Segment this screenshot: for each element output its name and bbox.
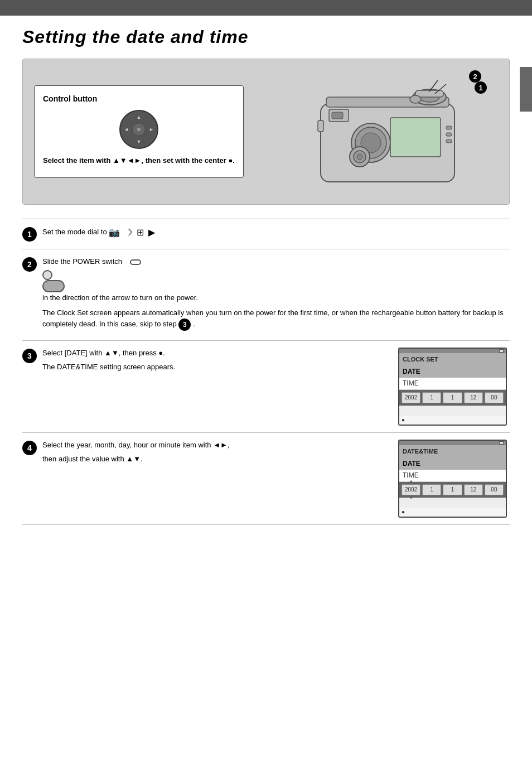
lcd-cell-min-4: 00	[485, 484, 504, 495]
step-3-content: Select [DATE] with ▲▼, then press ●. The…	[42, 348, 390, 375]
play-icon: ▶	[148, 226, 155, 239]
grid-icon: ⊞	[137, 226, 144, 239]
lcd-screen-step4: DATE&TIME DATE TIME ▲ 2002 ▼ 1 1 12 00	[398, 440, 507, 518]
lcd-cell-h-4: 12	[464, 484, 483, 495]
dpad-right-arrow: ►	[149, 127, 154, 132]
lcd-time-row-3: TIME	[399, 378, 506, 390]
step-3-text-b: The DATE&TIME setting screen appears.	[42, 361, 390, 373]
step-3-text-a: Select [DATE] with ▲▼, then press ●.	[42, 348, 390, 359]
lcd-screen-step3: CLOCK SET DATE TIME 2002 1 1 12 00 ●	[398, 348, 507, 426]
power-circle	[42, 270, 52, 280]
step-3-inner: 3 Select [DATE] with ▲▼, then press ●. T…	[22, 348, 390, 375]
lcd-title-text-3: CLOCK SET	[403, 356, 438, 363]
step-1-number: 1	[22, 227, 37, 242]
callout-2: 2	[469, 70, 481, 83]
lcd-bullet-4: ●	[402, 509, 405, 515]
dpad-left-arrow: ◄	[124, 127, 129, 132]
step-4-content: Select the year, month, day, hour or min…	[42, 440, 390, 467]
lcd-dot-row-3: ●	[399, 416, 506, 425]
lcd-top-bar-3	[399, 349, 506, 353]
step-1-row: 1 Set the mode dial to 📷 ☽ ⊞ ▶	[22, 219, 510, 249]
diagram-box: Control button ▲ ▼ ◄ ► Select the item w…	[22, 59, 510, 205]
power-switch-illustration	[130, 259, 141, 265]
lcd-time-row-4: TIME	[399, 470, 506, 482]
lcd-title-text-4: DATE&TIME	[403, 448, 438, 455]
control-button-box: Control button ▲ ▼ ◄ ► Select the item w…	[34, 85, 244, 177]
step-ref-3: 3	[178, 319, 191, 331]
step-4-text-b: then adjust the value with ▲▼.	[42, 454, 390, 465]
step-2-row: 2 Slide the POWER switch in the directio…	[22, 249, 510, 341]
lcd-cell-h: 12	[464, 392, 483, 403]
dpad-container: ▲ ▼ ◄ ►	[43, 110, 235, 149]
dpad-center-dot	[137, 128, 141, 131]
step-3-right: CLOCK SET DATE TIME 2002 1 1 12 00 ●	[398, 348, 510, 426]
svg-rect-18	[332, 112, 343, 119]
page-title: Setting the date and time	[22, 27, 510, 47]
lcd-bottom-row-4	[399, 498, 506, 508]
callout-1: 1	[475, 81, 487, 94]
svg-rect-17	[318, 120, 323, 132]
step-2-text-b: The Clock Set screen appears automatical…	[42, 307, 510, 331]
dpad: ▲ ▼ ◄ ►	[119, 110, 158, 149]
step-1-icons: 📷 ☽ ⊞ ▶	[109, 226, 155, 239]
lcd-title-4: DATE&TIME	[399, 445, 506, 457]
step-1-content: Set the mode dial to 📷 ☽ ⊞ ▶	[42, 226, 510, 242]
down-arrow-4: ▼	[409, 496, 413, 500]
lcd-top-square-4	[499, 441, 504, 445]
power-oval	[42, 280, 65, 292]
lcd-cells-row-4: ▲ 2002 ▼ 1 1 12 00	[399, 482, 506, 498]
svg-point-12	[357, 154, 362, 160]
moon-icon: ☽	[124, 226, 132, 239]
callout-number-2: 2	[469, 70, 481, 83]
lcd-cell-m: 1	[422, 392, 441, 403]
step-2-number: 2	[22, 257, 37, 272]
step-4-number: 4	[22, 441, 37, 455]
camera-svg	[287, 76, 466, 187]
lcd-title-3: CLOCK SET	[399, 353, 506, 365]
lcd-top-bar-4	[399, 441, 506, 445]
control-box-instruction: Select the item with ▲▼◄►, then set with…	[43, 156, 235, 166]
svg-point-5	[410, 95, 421, 103]
svg-rect-14	[446, 133, 452, 136]
control-box-title: Control button	[43, 94, 235, 103]
lcd-top-square-3	[499, 349, 504, 353]
steps-section: 1 Set the mode dial to 📷 ☽ ⊞ ▶ 2 Slide	[22, 219, 510, 525]
dpad-center-button	[132, 123, 146, 136]
dpad-down-arrow: ▼	[137, 139, 142, 144]
svg-rect-13	[446, 126, 452, 129]
step-2-content: Slide the POWER switch in the direction …	[42, 256, 510, 334]
lcd-cell-m-4: 1	[422, 484, 441, 495]
step-4-row: 4 Select the year, month, day, hour or m…	[22, 433, 510, 525]
lcd-cell-y-4: ▲ 2002 ▼	[402, 484, 420, 495]
step-3-row: 3 Select [DATE] with ▲▼, then press ●. T…	[22, 341, 510, 433]
dpad-outer: ▲ ▼ ◄ ►	[119, 110, 158, 149]
camera-illustration-area: 2 1	[255, 70, 498, 193]
lcd-date-row-4: DATE	[399, 457, 506, 470]
lcd-cell-y: 2002	[402, 392, 420, 403]
lcd-bottom-row-3	[399, 406, 506, 416]
side-tab	[520, 67, 532, 112]
step-2-text-a: Slide the POWER switch	[42, 256, 510, 267]
svg-rect-15	[446, 139, 452, 143]
lcd-bullet-3: ●	[402, 417, 405, 423]
lcd-cell-d: 1	[443, 392, 462, 403]
step-3-left: 3 Select [DATE] with ▲▼, then press ●. T…	[22, 348, 390, 426]
step-1-text: Set the mode dial to 📷 ☽ ⊞ ▶	[42, 226, 510, 239]
svg-rect-9	[390, 118, 441, 157]
lcd-cell-min: 00	[485, 392, 504, 403]
step-4-left: 4 Select the year, month, day, hour or m…	[22, 440, 390, 518]
dpad-up-arrow: ▲	[137, 114, 142, 120]
step-4-text-a: Select the year, month, day, hour or min…	[42, 440, 390, 451]
callout-number-1: 1	[475, 81, 487, 94]
step-4-right: DATE&TIME DATE TIME ▲ 2002 ▼ 1 1 12 00	[398, 440, 510, 518]
step-4-inner: 4 Select the year, month, day, hour or m…	[22, 440, 390, 467]
lcd-dot-row-4: ●	[399, 508, 506, 517]
lcd-date-row-3: DATE	[399, 365, 506, 378]
step-3-number: 3	[22, 349, 37, 363]
lcd-cell-d-4: 1	[443, 484, 462, 495]
top-bar	[0, 0, 532, 16]
camera-icon: 📷	[109, 226, 120, 239]
up-down-arrows-4: ▲	[409, 479, 413, 484]
lcd-cells-row-3: 2002 1 1 12 00	[399, 390, 506, 406]
